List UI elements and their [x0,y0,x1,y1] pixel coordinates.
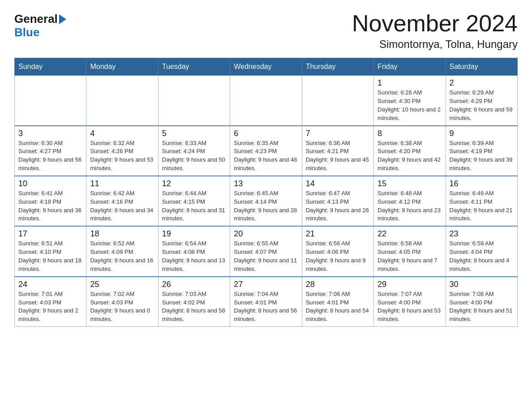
day-number: 17 [18,229,82,239]
day-number: 16 [450,179,514,188]
week-row-5: 24Sunrise: 7:01 AMSunset: 4:03 PMDayligh… [15,277,518,327]
table-row: 6Sunrise: 6:35 AMSunset: 4:23 PMDaylight… [230,126,302,176]
day-info: Sunrise: 6:35 AMSunset: 4:23 PMDaylight:… [234,139,298,173]
day-number: 24 [18,280,82,289]
day-info: Sunrise: 6:41 AMSunset: 4:18 PMDaylight:… [18,189,82,223]
page-header: General Blue November 2024 Simontornya, … [14,11,518,51]
day-info: Sunrise: 7:04 AMSunset: 4:01 PMDaylight:… [234,290,298,324]
day-number: 30 [450,280,514,289]
day-info: Sunrise: 6:52 AMSunset: 4:09 PMDaylight:… [90,240,154,273]
day-info: Sunrise: 7:03 AMSunset: 4:02 PMDaylight:… [162,290,226,324]
table-row: 3Sunrise: 6:30 AMSunset: 4:27 PMDaylight… [15,126,86,176]
table-row: 8Sunrise: 6:38 AMSunset: 4:20 PMDaylight… [374,126,446,176]
day-number: 28 [306,280,370,289]
table-row: 23Sunrise: 6:59 AMSunset: 4:04 PMDayligh… [446,226,517,276]
logo-blue-text: Blue [14,26,39,39]
table-row: 21Sunrise: 6:56 AMSunset: 4:06 PMDayligh… [302,226,373,276]
table-row: 15Sunrise: 6:48 AMSunset: 4:12 PMDayligh… [374,176,446,226]
logo: General Blue [14,11,66,39]
table-row: 27Sunrise: 7:04 AMSunset: 4:01 PMDayligh… [230,277,302,327]
day-number: 26 [162,280,226,289]
header-saturday: Saturday [446,58,517,76]
day-number: 15 [378,179,442,188]
day-info: Sunrise: 6:33 AMSunset: 4:24 PMDaylight:… [162,139,226,173]
day-info: Sunrise: 6:47 AMSunset: 4:13 PMDaylight:… [306,189,370,223]
header-wednesday: Wednesday [230,58,302,76]
day-number: 8 [378,129,442,138]
day-info: Sunrise: 6:29 AMSunset: 4:29 PMDaylight:… [450,89,514,122]
day-info: Sunrise: 6:39 AMSunset: 4:19 PMDaylight:… [450,139,514,173]
table-row: 22Sunrise: 6:58 AMSunset: 4:05 PMDayligh… [374,226,446,276]
header-tuesday: Tuesday [158,58,230,76]
day-number: 22 [378,229,442,239]
header-friday: Friday [374,58,446,76]
day-number: 1 [378,78,442,88]
table-row: 9Sunrise: 6:39 AMSunset: 4:19 PMDaylight… [446,126,517,176]
table-row: 11Sunrise: 6:42 AMSunset: 4:16 PMDayligh… [86,176,158,226]
table-row: 14Sunrise: 6:47 AMSunset: 4:13 PMDayligh… [302,176,373,226]
day-info: Sunrise: 6:51 AMSunset: 4:10 PMDaylight:… [18,240,82,273]
table-row [86,76,158,126]
day-number: 12 [162,179,226,188]
table-row: 25Sunrise: 7:02 AMSunset: 4:03 PMDayligh… [86,277,158,327]
day-info: Sunrise: 6:30 AMSunset: 4:27 PMDaylight:… [18,139,82,173]
day-number: 13 [234,179,298,188]
day-info: Sunrise: 7:01 AMSunset: 4:03 PMDaylight:… [18,290,82,324]
table-row: 24Sunrise: 7:01 AMSunset: 4:03 PMDayligh… [15,277,86,327]
day-number: 3 [18,129,82,138]
table-row [302,76,373,126]
day-info: Sunrise: 6:59 AMSunset: 4:04 PMDaylight:… [450,240,514,273]
logo-triangle-icon [59,14,66,24]
table-row: 16Sunrise: 6:49 AMSunset: 4:11 PMDayligh… [446,176,517,226]
day-info: Sunrise: 6:38 AMSunset: 4:20 PMDaylight:… [378,139,442,173]
table-row: 5Sunrise: 6:33 AMSunset: 4:24 PMDaylight… [158,126,230,176]
week-row-2: 3Sunrise: 6:30 AMSunset: 4:27 PMDaylight… [15,126,518,176]
day-number: 5 [162,129,226,138]
day-number: 9 [450,129,514,138]
table-row: 17Sunrise: 6:51 AMSunset: 4:10 PMDayligh… [15,226,86,276]
day-number: 6 [234,129,298,138]
calendar-table: Sunday Monday Tuesday Wednesday Thursday… [14,58,518,327]
day-number: 10 [18,179,82,188]
table-row: 13Sunrise: 6:45 AMSunset: 4:14 PMDayligh… [230,176,302,226]
table-row: 1Sunrise: 6:28 AMSunset: 4:30 PMDaylight… [374,76,446,126]
table-row: 4Sunrise: 6:32 AMSunset: 4:26 PMDaylight… [86,126,158,176]
day-info: Sunrise: 7:06 AMSunset: 4:01 PMDaylight:… [306,290,370,324]
day-info: Sunrise: 6:36 AMSunset: 4:21 PMDaylight:… [306,139,370,173]
day-number: 4 [90,129,154,138]
day-info: Sunrise: 6:54 AMSunset: 4:08 PMDaylight:… [162,240,226,273]
day-info: Sunrise: 6:56 AMSunset: 4:06 PMDaylight:… [306,240,370,273]
table-row [158,76,230,126]
table-row: 7Sunrise: 6:36 AMSunset: 4:21 PMDaylight… [302,126,373,176]
title-area: November 2024 Simontornya, Tolna, Hungar… [352,11,518,51]
day-info: Sunrise: 6:55 AMSunset: 4:07 PMDaylight:… [234,240,298,273]
day-number: 11 [90,179,154,188]
day-number: 23 [450,229,514,239]
week-row-4: 17Sunrise: 6:51 AMSunset: 4:10 PMDayligh… [15,226,518,276]
month-title: November 2024 [352,11,518,36]
table-row: 20Sunrise: 6:55 AMSunset: 4:07 PMDayligh… [230,226,302,276]
table-row: 2Sunrise: 6:29 AMSunset: 4:29 PMDaylight… [446,76,517,126]
day-number: 7 [306,129,370,138]
day-info: Sunrise: 6:44 AMSunset: 4:15 PMDaylight:… [162,189,226,223]
header-sunday: Sunday [15,58,86,76]
table-row: 26Sunrise: 7:03 AMSunset: 4:02 PMDayligh… [158,277,230,327]
table-row [230,76,302,126]
table-row [15,76,86,126]
day-info: Sunrise: 6:45 AMSunset: 4:14 PMDaylight:… [234,189,298,223]
header-monday: Monday [86,58,158,76]
table-row: 18Sunrise: 6:52 AMSunset: 4:09 PMDayligh… [86,226,158,276]
logo-general-text: General [14,13,58,26]
table-row: 29Sunrise: 7:07 AMSunset: 4:00 PMDayligh… [374,277,446,327]
week-row-1: 1Sunrise: 6:28 AMSunset: 4:30 PMDaylight… [15,76,518,126]
table-row: 19Sunrise: 6:54 AMSunset: 4:08 PMDayligh… [158,226,230,276]
location-title: Simontornya, Tolna, Hungary [352,38,518,51]
day-info: Sunrise: 6:42 AMSunset: 4:16 PMDaylight:… [90,189,154,223]
day-number: 27 [234,280,298,289]
day-info: Sunrise: 7:08 AMSunset: 4:00 PMDaylight:… [450,290,514,324]
day-number: 21 [306,229,370,239]
table-row: 28Sunrise: 7:06 AMSunset: 4:01 PMDayligh… [302,277,373,327]
day-info: Sunrise: 6:48 AMSunset: 4:12 PMDaylight:… [378,189,442,223]
day-number: 20 [234,229,298,239]
day-info: Sunrise: 6:49 AMSunset: 4:11 PMDaylight:… [450,189,514,223]
